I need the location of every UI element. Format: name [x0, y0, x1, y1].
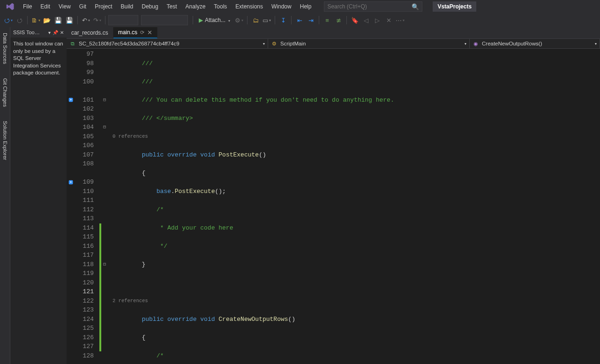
indent-right-button[interactable]: ⇥ [306, 15, 316, 25]
sidebar-data-sources[interactable]: Data Sources [1, 30, 9, 67]
chevron-down-icon: ▾ [595, 42, 597, 46]
nav-project-combo[interactable]: ⧉ SC_52c180fd7ec54d3da268774cb4ff74c9 ▾ [67, 39, 268, 48]
bookmark-clear-button[interactable]: ✕ [383, 15, 394, 25]
redo-button[interactable]: ↷ [92, 15, 102, 25]
menu-tools[interactable]: Tools [210, 1, 231, 12]
menu-project[interactable]: Project [90, 1, 116, 12]
separator [27, 16, 28, 24]
step-into-button[interactable]: ↧ [278, 15, 288, 25]
separator [193, 16, 193, 24]
fold-margin[interactable]: ⊟⊟ ⊟ [101, 49, 108, 364]
separator [319, 16, 319, 24]
navigation-bar: ⧉ SC_52c180fd7ec54d3da268774cb4ff74c9 ▾ … [67, 38, 600, 49]
menu-build[interactable]: Build [117, 1, 138, 12]
indent-left-button[interactable]: ⇤ [294, 15, 305, 25]
debug-target-button[interactable]: ⚙ [234, 15, 244, 25]
code-content[interactable]: /// /// /// You can delete this method i… [108, 49, 600, 364]
solution-config-combo[interactable] [108, 15, 138, 25]
attach-debugger-button[interactable]: ▶ Attach... [196, 15, 233, 25]
menubar: File Edit View Git Project Build Debug T… [0, 0, 600, 13]
tab-car-records[interactable]: car_records.cs [67, 27, 113, 38]
tab-label: car_records.cs [71, 30, 108, 36]
document-tabs: car_records.cs main.cs ⟳ ✕ [67, 27, 600, 38]
global-search[interactable]: 🔍 [324, 1, 422, 12]
tab-label: main.cs [118, 29, 137, 36]
uncomment-button[interactable]: ≢ [333, 15, 344, 25]
window-layout-button[interactable]: ▭ [262, 15, 272, 25]
pin-icon[interactable]: ⟳ [140, 30, 144, 36]
separator [275, 16, 275, 24]
ssis-toolbox-window: SSIS Too… ▾ 📌 ✕ This tool window can onl… [10, 27, 67, 364]
codelens-references[interactable]: 2 references [108, 297, 600, 306]
left-sidebar: Data Sources Git Changes Solution Explor… [0, 27, 10, 364]
attach-label: Attach... [205, 17, 225, 23]
tool-window-header[interactable]: SSIS Too… ▾ 📌 ✕ [10, 27, 67, 37]
menu-analyze[interactable]: Analyze [181, 1, 210, 12]
files-icon[interactable]: 🗂 [250, 15, 261, 25]
bookmark-more-button[interactable]: ⋯ [395, 15, 405, 25]
tool-window-body: This tool window can only be used by a S… [10, 37, 67, 80]
csharp-project-icon: ⧉ [69, 40, 76, 47]
override-glyph-icon[interactable] [67, 96, 76, 105]
comment-button[interactable]: ≡ [322, 15, 332, 25]
glyph-margin[interactable] [67, 49, 76, 364]
pin-icon[interactable]: 📌 [52, 30, 58, 35]
menu-window[interactable]: Window [267, 1, 296, 12]
fold-toggle[interactable]: ⊟ [101, 123, 108, 132]
tool-window-title: SSIS Too… [13, 30, 40, 35]
separator [77, 16, 78, 24]
search-icon[interactable]: 🔍 [412, 3, 419, 10]
vs-logo-icon [5, 1, 16, 12]
method-icon: ◉ [472, 40, 479, 47]
override-glyph-icon[interactable] [67, 178, 76, 187]
close-icon[interactable]: ✕ [147, 29, 152, 36]
save-all-button[interactable]: 💾 [64, 15, 75, 25]
fold-toggle[interactable]: ⊟ [101, 260, 108, 269]
sidebar-solution-explorer[interactable]: Solution Explorer [1, 118, 9, 163]
bookmark-next-button[interactable]: ▷ [372, 15, 382, 25]
open-file-button[interactable]: 📂 [42, 15, 52, 25]
fold-toggle[interactable]: ⊟ [101, 96, 108, 105]
code-editor[interactable]: 979899100 101102103104105106107108 10911… [67, 49, 600, 364]
chevron-down-icon[interactable]: ▾ [48, 30, 51, 35]
class-icon: ⚙ [271, 40, 278, 47]
chevron-down-icon: ▾ [465, 42, 466, 46]
separator [291, 16, 292, 24]
close-icon[interactable]: ✕ [60, 30, 64, 35]
separator [105, 16, 105, 24]
separator [346, 16, 347, 24]
nav-class-combo[interactable]: ⚙ ScriptMain ▾ [268, 39, 470, 48]
chevron-down-icon: ▾ [263, 42, 265, 46]
play-icon: ▶ [199, 17, 203, 23]
new-item-button[interactable]: 🗎 [30, 15, 41, 25]
bookmark-prev-button[interactable]: ◁ [361, 15, 371, 25]
nav-forward-button[interactable]: ⭯ [14, 15, 24, 25]
save-button[interactable]: 💾 [53, 15, 63, 25]
separator [247, 16, 248, 24]
tab-main[interactable]: main.cs ⟳ ✕ [113, 27, 158, 38]
menu-test[interactable]: Test [163, 1, 181, 12]
menu-help[interactable]: Help [296, 1, 316, 12]
menu-view[interactable]: View [54, 1, 75, 12]
line-numbers: 979899100 101102103104105106107108 10911… [76, 49, 99, 364]
menu-extensions[interactable]: Extensions [231, 1, 267, 12]
undo-button[interactable]: ↶ [81, 15, 91, 25]
editor-area: car_records.cs main.cs ⟳ ✕ ⧉ SC_52c180fd… [67, 27, 600, 364]
sidebar-git-changes[interactable]: Git Changes [1, 75, 9, 110]
toolbar: ⭯ ⭯ 🗎 📂 💾 💾 ↶ ↷ ▶ Attach... ⚙ 🗂 ▭ ↧ ⇤ ⇥ … [0, 13, 600, 27]
codelens-references[interactable]: 0 references [108, 132, 600, 141]
menu-debug[interactable]: Debug [137, 1, 162, 12]
bookmark-button[interactable]: 🔖 [350, 15, 360, 25]
search-input[interactable] [327, 3, 412, 10]
nav-back-button[interactable]: ⭯ [3, 15, 13, 25]
menu-edit[interactable]: Edit [36, 1, 54, 12]
menu-file[interactable]: File [19, 1, 36, 12]
project-name-label[interactable]: VstaProjects [433, 1, 476, 12]
nav-member-combo[interactable]: ◉ CreateNewOutputRows() ▾ [470, 39, 600, 48]
menu-git[interactable]: Git [75, 1, 90, 12]
solution-platform-combo[interactable] [141, 15, 188, 25]
